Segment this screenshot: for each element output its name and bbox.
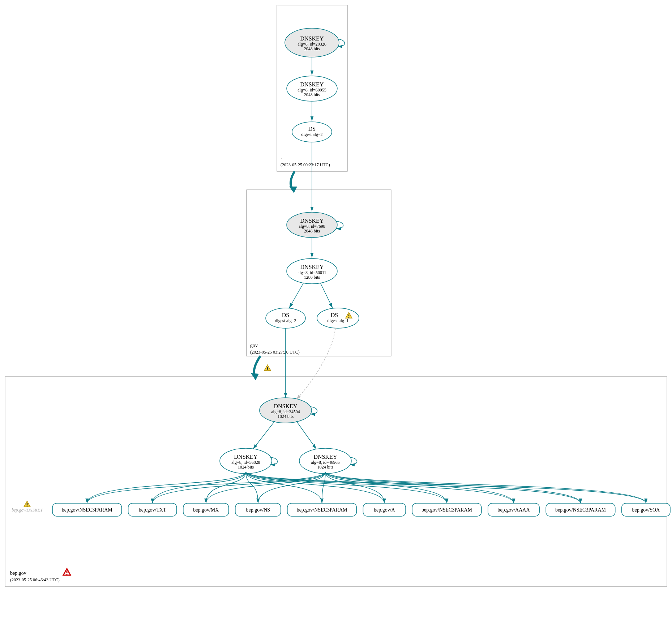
edge-govds2-bepksk: [296, 328, 335, 399]
edge-govzsk-ds2: [320, 283, 333, 308]
bep-zsk2-node[interactable]: DNSKEY alg=8, id=46965 1024 bits: [299, 448, 351, 474]
rrset-box[interactable]: bep.gov/NSEC3PARAM: [287, 503, 357, 516]
rrset-label: bep.gov/NSEC3PARAM: [555, 507, 606, 513]
edge-zsk-rrset: [87, 472, 246, 503]
rrset-box[interactable]: bep.gov/TXT: [128, 503, 177, 516]
svg-text:alg=8, id=7698: alg=8, id=7698: [299, 224, 325, 229]
warning-icon: [24, 501, 30, 507]
svg-text:alg=8, id=20326: alg=8, id=20326: [298, 42, 326, 47]
rrset-label: bep.gov/NSEC3PARAM: [62, 507, 112, 513]
warning-icon: [264, 365, 271, 371]
svg-text:DS: DS: [308, 126, 316, 132]
edge-bepksk-zsk2: [296, 421, 316, 449]
gov-ds2-node[interactable]: DS digest alg=1: [317, 308, 359, 328]
svg-text:alg=8, id=56028: alg=8, id=56028: [231, 460, 260, 465]
rrset-label: bep.gov/SOA: [632, 507, 660, 513]
svg-text:2048 bits: 2048 bits: [304, 92, 320, 97]
root-ds-node[interactable]: DS digest alg=2: [292, 122, 332, 142]
svg-text:bep.gov/DNSKEY: bep.gov/DNSKEY: [12, 508, 43, 513]
rrset-box[interactable]: bep.gov/NSEC3PARAM: [546, 503, 615, 516]
edge-govzsk-ds1: [289, 283, 304, 308]
edge-zsk-rrset: [246, 472, 646, 503]
zone-bep-box: [5, 377, 667, 586]
svg-text:DS: DS: [282, 312, 289, 318]
svg-text:digest alg=1: digest alg=1: [327, 318, 348, 323]
bep-extra-dnskey[interactable]: bep.gov/DNSKEY: [12, 508, 43, 513]
svg-text:digest alg=2: digest alg=2: [301, 132, 322, 137]
rrset-label: bep.gov/AAAA: [497, 507, 530, 513]
zone-gov-name: gov: [250, 343, 258, 348]
rrset-box[interactable]: bep.gov/NS: [235, 503, 281, 516]
root-ksk-node[interactable]: DNSKEY alg=8, id=20326 2048 bits: [285, 28, 339, 57]
rrset-label: bep.gov/TXT: [139, 507, 166, 513]
rrset-box[interactable]: bep.gov/NSEC3PARAM: [412, 503, 481, 516]
rrset-box[interactable]: bep.gov/AAAA: [488, 503, 539, 516]
zone-root-name: .: [281, 155, 282, 160]
rrset-box[interactable]: bep.gov/SOA: [622, 503, 670, 516]
svg-text:DNSKEY: DNSKEY: [300, 81, 324, 87]
edge-zsk-rrset: [153, 472, 246, 503]
svg-text:DNSKEY: DNSKEY: [300, 35, 324, 42]
gov-ds1-node[interactable]: DS digest alg=2: [266, 308, 305, 328]
svg-text:alg=8, id=34504: alg=8, id=34504: [271, 409, 300, 414]
svg-text:DNSKEY: DNSKEY: [300, 218, 324, 224]
edge-zsk-rrset: [206, 472, 325, 503]
edge-zsk-rrset: [246, 472, 581, 503]
svg-text:2048 bits: 2048 bits: [304, 46, 320, 51]
edge-root-gov-deleg: [291, 171, 295, 188]
zone-bep-name: bep.gov: [10, 570, 26, 576]
svg-text:alg=8, id=50011: alg=8, id=50011: [298, 270, 326, 275]
svg-text:1024 bits: 1024 bits: [317, 465, 334, 470]
gov-zsk-node[interactable]: DNSKEY alg=8, id=50011 1280 bits: [287, 258, 337, 284]
root-zsk-node[interactable]: DNSKEY alg=8, id=60955 2048 bits: [287, 76, 337, 101]
bep-zsk1-node[interactable]: DNSKEY alg=8, id=56028 1024 bits: [220, 448, 272, 474]
svg-text:DNSKEY: DNSKEY: [274, 403, 298, 409]
svg-text:DS: DS: [331, 312, 338, 318]
svg-text:1280 bits: 1280 bits: [304, 275, 320, 280]
error-icon: [63, 569, 70, 575]
zone-gov-time: (2023-05-25 03:27:20 UTC): [250, 350, 300, 355]
edge-zsk-rrset: [246, 472, 447, 503]
svg-text:1024 bits: 1024 bits: [278, 414, 294, 419]
rrset-box[interactable]: bep.gov/MX: [183, 503, 229, 516]
svg-text:DNSKEY: DNSKEY: [300, 264, 324, 270]
gov-ksk-node[interactable]: DNSKEY alg=8, id=7698 2048 bits: [287, 212, 337, 238]
rrset-label: bep.gov/NSEC3PARAM: [421, 507, 472, 513]
zone-root-time: (2023-05-25 00:23:17 UTC): [281, 162, 330, 167]
svg-text:DNSKEY: DNSKEY: [234, 454, 258, 460]
svg-text:alg=8, id=60955: alg=8, id=60955: [298, 87, 326, 93]
edge-gov-bep-deleg: [254, 356, 260, 375]
rrset-label: bep.gov/A: [374, 507, 395, 513]
rrset-label: bep.gov/NS: [246, 507, 270, 513]
rrset-label: bep.gov/MX: [193, 507, 219, 513]
svg-text:DNSKEY: DNSKEY: [314, 454, 337, 460]
edge-zsk-rrset: [325, 472, 384, 503]
rrset-box[interactable]: bep.gov/NSEC3PARAM: [52, 503, 122, 516]
svg-text:1024 bits: 1024 bits: [238, 465, 254, 470]
rrset-box[interactable]: bep.gov/A: [363, 503, 406, 516]
svg-text:2048 bits: 2048 bits: [304, 228, 320, 234]
svg-text:alg=8, id=46965: alg=8, id=46965: [311, 460, 340, 465]
zone-bep-time: (2023-05-25 06:46:43 UTC): [10, 577, 60, 582]
bep-ksk-node[interactable]: DNSKEY alg=8, id=34504 1024 bits: [260, 398, 312, 423]
rrset-label: bep.gov/NSEC3PARAM: [297, 507, 347, 513]
edge-zsk-rrset: [325, 472, 514, 503]
edge-bepksk-zsk1: [253, 421, 275, 449]
edge-zsk-rrset: [325, 472, 646, 503]
svg-text:digest alg=2: digest alg=2: [275, 318, 296, 323]
